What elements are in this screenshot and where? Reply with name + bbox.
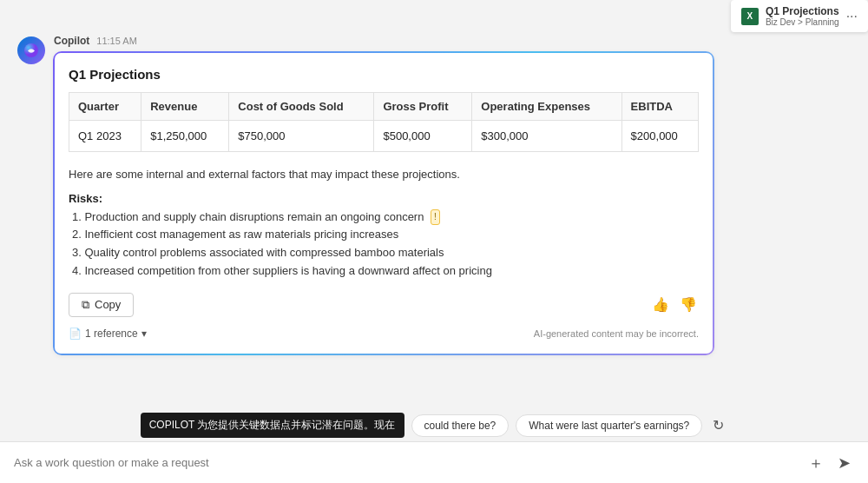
response-card: Q1 Projections Quarter Revenue Cost of G… xyxy=(54,52,713,354)
top-bar-info: Q1 Projections Biz Dev > Planning xyxy=(766,5,839,27)
message-content: Copilot 11:15 AM Q1 Projections Quarter … xyxy=(54,35,851,354)
more-options-button[interactable]: ··· xyxy=(846,9,858,24)
message-meta: Copilot 11:15 AM xyxy=(54,35,851,47)
risks-list: 1. Production and supply chain disruptio… xyxy=(69,208,699,281)
cell-revenue: $1,250,000 xyxy=(141,121,229,152)
send-button[interactable]: ➤ xyxy=(834,450,854,476)
suggestion-chip-1[interactable]: could there be? xyxy=(411,414,510,437)
card-footer: ⧉ Copy 👍 👎 xyxy=(69,293,699,317)
list-item: 2. Inefficient cost management as raw ma… xyxy=(69,226,699,244)
reference-icon: 📄 xyxy=(69,328,82,340)
avatar xyxy=(17,36,45,64)
reference-row: 📄 1 reference ▾ AI-generated content may… xyxy=(69,324,699,340)
cell-ebitda: $200,000 xyxy=(621,121,698,152)
description-text: Here are some internal and external fact… xyxy=(69,166,699,183)
input-area: ＋ ➤ xyxy=(0,441,868,483)
message-row: Copilot 11:15 AM Q1 Projections Quarter … xyxy=(17,35,851,354)
col-header-quarter: Quarter xyxy=(69,93,141,121)
thumbs-down-button[interactable]: 👎 xyxy=(678,294,699,314)
cell-cogs: $750,000 xyxy=(229,121,374,152)
copilot-tag: COPILOT 为您提供关键数据点并标记潜在问题。现在 xyxy=(141,413,404,438)
list-item: 4. Increased competition from other supp… xyxy=(69,262,699,281)
copy-label: Copy xyxy=(95,298,121,311)
risks-label: Risks: xyxy=(69,192,699,205)
sender-name: Copilot xyxy=(54,35,89,47)
top-bar-title: Q1 Projections xyxy=(766,5,839,17)
col-header-revenue: Revenue xyxy=(141,93,229,121)
copy-button[interactable]: ⧉ Copy xyxy=(69,293,134,317)
col-header-cogs: Cost of Goods Sold xyxy=(229,93,374,121)
add-button[interactable]: ＋ xyxy=(805,449,827,477)
ai-disclaimer: AI-generated content may be incorrect. xyxy=(534,328,699,339)
card-title: Q1 Projections xyxy=(69,67,699,82)
chevron-down-icon: ▾ xyxy=(141,328,147,340)
ask-input[interactable] xyxy=(14,456,798,469)
thumbs-up-button[interactable]: 👍 xyxy=(650,294,671,314)
cell-quarter: Q1 2023 xyxy=(69,121,141,152)
copy-icon: ⧉ xyxy=(82,298,89,312)
excel-icon: X xyxy=(741,8,759,25)
table-row: Q1 2023 $1,250,000 $750,000 $500,000 $30… xyxy=(69,121,699,152)
chat-area: Copilot 11:15 AM Q1 Projections Quarter … xyxy=(0,26,868,405)
col-header-gross-profit: Gross Profit xyxy=(374,93,472,121)
timestamp: 11:15 AM xyxy=(96,36,136,46)
risk-badge: ! xyxy=(431,209,440,225)
suggestion-chip-2[interactable]: What were last quarter's earnings? xyxy=(516,414,702,437)
col-header-ebitda: EBITDA xyxy=(621,93,698,121)
cell-op-expenses: $300,000 xyxy=(472,121,621,152)
feedback-icons: 👍 👎 xyxy=(650,294,699,314)
list-item: 1. Production and supply chain disruptio… xyxy=(69,208,699,227)
cell-gross-profit: $500,000 xyxy=(374,121,472,152)
col-header-op-expenses: Operating Expenses xyxy=(472,93,621,121)
refresh-button[interactable]: ↻ xyxy=(709,414,727,437)
list-item: 3. Quality control problems associated w… xyxy=(69,244,699,262)
reference-link[interactable]: 📄 1 reference ▾ xyxy=(69,328,147,340)
reference-label: 1 reference xyxy=(85,328,138,340)
projections-table: Quarter Revenue Cost of Goods Sold Gross… xyxy=(69,92,699,152)
suggestion-bar: COPILOT 为您提供关键数据点并标记潜在问题。现在 could there … xyxy=(0,413,868,438)
